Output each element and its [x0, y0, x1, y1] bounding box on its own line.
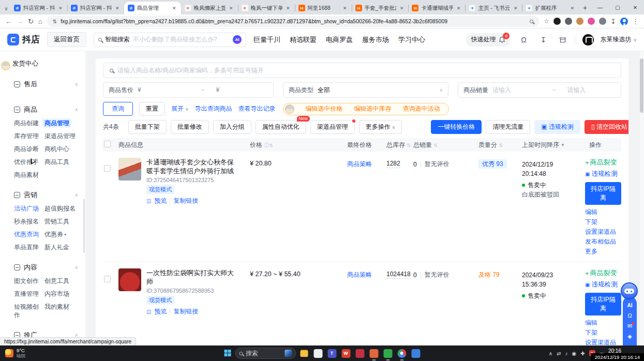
- browser-tab[interactable]: 扩展程序 ✕: [522, 2, 579, 14]
- bookmark-star-icon[interactable]: ☆: [544, 18, 549, 25]
- teams[interactable]: T: [327, 349, 336, 358]
- weather-widget[interactable]: 9°C 晴朗: [0, 348, 31, 359]
- browser-tab[interactable]: 手套_手套批发_手 ✕: [352, 2, 409, 14]
- sidebar-item[interactable]: 优惠查询: [14, 230, 39, 238]
- sidebar-item[interactable]: 优惠券•: [44, 230, 66, 238]
- toolbar-button[interactable]: 批量修改∨: [171, 120, 209, 134]
- browser-tab[interactable]: 抖店官网 - 抖音小 ✕: [67, 2, 124, 14]
- row-action-link[interactable]: 设置渠道品: [585, 339, 616, 345]
- headset-icon[interactable]: Ω: [627, 313, 632, 319]
- sidebar-item[interactable]: 超值购报名: [44, 204, 76, 213]
- sidebar-item[interactable]: 图文创作: [14, 277, 39, 285]
- product-image[interactable]: [118, 158, 141, 180]
- expand-filters-link[interactable]: 展开∨: [171, 104, 189, 113]
- export-history-link[interactable]: 查看导出记录: [238, 104, 276, 113]
- sidebar-item[interactable]: 商品管理: [42, 118, 71, 128]
- home-icon[interactable]: ⌂: [38, 18, 42, 25]
- sidebar-section-header[interactable]: 内容 ∧: [0, 260, 85, 275]
- tab-close-icon[interactable]: ✕: [285, 5, 291, 11]
- sort-icon[interactable]: ⇅: [499, 143, 503, 148]
- row-action-link[interactable]: 设置渠道品: [585, 228, 616, 236]
- browser-tab[interactable]: 卡通珊瑚绒手套 ✕: [408, 2, 465, 14]
- product-fission-link[interactable]: + 商品裂变: [585, 158, 617, 167]
- recorder[interactable]: [369, 349, 378, 358]
- toolbar-button[interactable]: 批量下架∨: [128, 120, 167, 134]
- doudian-logo[interactable]: 抖店: [7, 34, 40, 46]
- tab-search-caret-icon[interactable]: ∨: [2, 2, 10, 14]
- tab-close-icon[interactable]: ✕: [342, 5, 348, 11]
- ai-search-icon[interactable]: AI: [233, 35, 242, 44]
- sidebar-item[interactable]: 单品直降: [14, 243, 39, 251]
- snap-extension-icon[interactable]: [588, 18, 595, 25]
- header-nav-link[interactable]: 电商罗盘: [326, 35, 353, 44]
- page-scrollbar[interactable]: [639, 51, 644, 345]
- sidebar-item[interactable]: 我的素材: [44, 303, 69, 319]
- plugin-action-link[interactable]: 查询选中活动: [403, 104, 440, 113]
- plugin-action-link[interactable]: 编辑选中价格: [306, 104, 343, 113]
- tab-close-icon[interactable]: ✕: [114, 5, 121, 11]
- browser-tab[interactable]: 晚风一键下单 - 安 ✕: [238, 2, 295, 14]
- browser-tab[interactable]: 阿里1688 ✕: [295, 2, 352, 14]
- adguard-extension-icon[interactable]: [553, 18, 561, 25]
- sidebar-item[interactable]: 创意工具: [44, 277, 69, 285]
- row-action-link[interactable]: 发布相似品: [585, 238, 616, 246]
- row-action-link[interactable]: 下架: [585, 329, 616, 337]
- row-action-link[interactable]: 更多: [585, 248, 616, 255]
- violation-check-button[interactable]: ▣ 违规检测: [534, 120, 580, 134]
- sidebar-item[interactable]: 直播管理: [14, 290, 39, 298]
- toolbar-button[interactable]: 属性自动优化∨New: [256, 120, 306, 134]
- chrome[interactable]: [397, 349, 406, 358]
- smart-search-input[interactable]: 智能搜索 不小心删除了商品链接怎么办? AI: [94, 33, 246, 47]
- header-stock[interactable]: 总库存 ⇅: [386, 141, 413, 149]
- window-close-button[interactable]: ✕: [626, 0, 644, 14]
- header-nav-link[interactable]: 服务市场: [362, 35, 389, 44]
- sidebar-section-header[interactable]: 营销 ∧: [0, 187, 85, 203]
- product-type-select[interactable]: 商品类型 全部 ∨: [283, 82, 448, 98]
- scrollbar-thumb[interactable]: [640, 58, 643, 113]
- fox-plugin-icon[interactable]: [1, 61, 10, 70]
- sidebar-item[interactable]: 商品创建: [14, 119, 39, 127]
- sidebar-item[interactable]: 活动广场: [14, 204, 39, 213]
- sidebar-item[interactable]: 渠道品管理: [44, 132, 76, 140]
- select-all-checkbox[interactable]: [104, 141, 111, 147]
- store-name[interactable]: 东莱臻选坊∨: [600, 35, 637, 44]
- preview-link[interactable]: 预览: [154, 197, 167, 205]
- word[interactable]: W: [341, 349, 350, 358]
- volume-icon[interactable]: ♪: [565, 351, 567, 356]
- sidebar-item[interactable]: 内容市场: [44, 290, 69, 298]
- tab-close-icon[interactable]: ✕: [399, 5, 405, 11]
- tab-close-icon[interactable]: ✕: [513, 5, 519, 11]
- bell-icon[interactable]: 6: [499, 36, 505, 43]
- sidebar-item[interactable]: 商品工具: [44, 158, 69, 166]
- tab-close-icon[interactable]: ✕: [570, 5, 576, 11]
- downloads-icon[interactable]: ↧: [610, 18, 616, 25]
- keyword-search-input[interactable]: 请输入商品名称/商品ID/商家编码，多条可用逗号隔开: [103, 63, 621, 78]
- sidebar-scrollbar[interactable]: [83, 199, 85, 253]
- back-icon[interactable]: ←: [5, 18, 12, 25]
- clean-traffic-button[interactable]: 清理无流量: [486, 120, 530, 134]
- header-nav-link[interactable]: 巨量千川: [253, 35, 280, 44]
- tab-close-icon[interactable]: ✕: [171, 5, 177, 11]
- row-violation-check-link[interactable]: ▣违规检测: [585, 170, 617, 178]
- browser-tab[interactable]: 晚风懒家上货 ✕: [181, 2, 238, 14]
- ai-label[interactable]: AI: [627, 303, 633, 308]
- product-title[interactable]: 一次性防尘袋啊实打实大师大师: [146, 268, 238, 286]
- message-icon[interactable]: ✉: [627, 323, 632, 329]
- sidebar-item[interactable]: 商机中心: [44, 145, 69, 153]
- mail[interactable]: [313, 349, 322, 358]
- browser-tab[interactable]: 主页 - 飞书云文档 ✕: [465, 2, 522, 14]
- url-bar[interactable]: ⇅ fxg.jinritemai.com/ffa/g/list?btm_ppre…: [47, 16, 540, 27]
- forward-icon[interactable]: →: [17, 18, 23, 25]
- shield-icon[interactable]: ◈: [627, 334, 632, 339]
- window-minimize-button[interactable]: —: [591, 0, 609, 14]
- header-nav-link[interactable]: 精选联盟: [290, 35, 317, 44]
- price-range-filter[interactable]: 商品售价 ¥ ~ ¥: [103, 82, 274, 98]
- file-explorer[interactable]: [299, 349, 308, 358]
- ai-assistant-robot-icon[interactable]: [621, 282, 638, 299]
- douyin-ip-button[interactable]: 抖店IP隔离: [585, 182, 621, 205]
- sales-range-filter[interactable]: 商品销量 请输入 ~ 请输入: [458, 82, 621, 98]
- sidebar-item[interactable]: 秒杀报名: [14, 217, 39, 225]
- row-violation-check-link[interactable]: ▣违规检测: [585, 280, 617, 289]
- sidebar-item[interactable]: 商品素材: [14, 171, 39, 179]
- preview-link[interactable]: 预览: [154, 307, 167, 316]
